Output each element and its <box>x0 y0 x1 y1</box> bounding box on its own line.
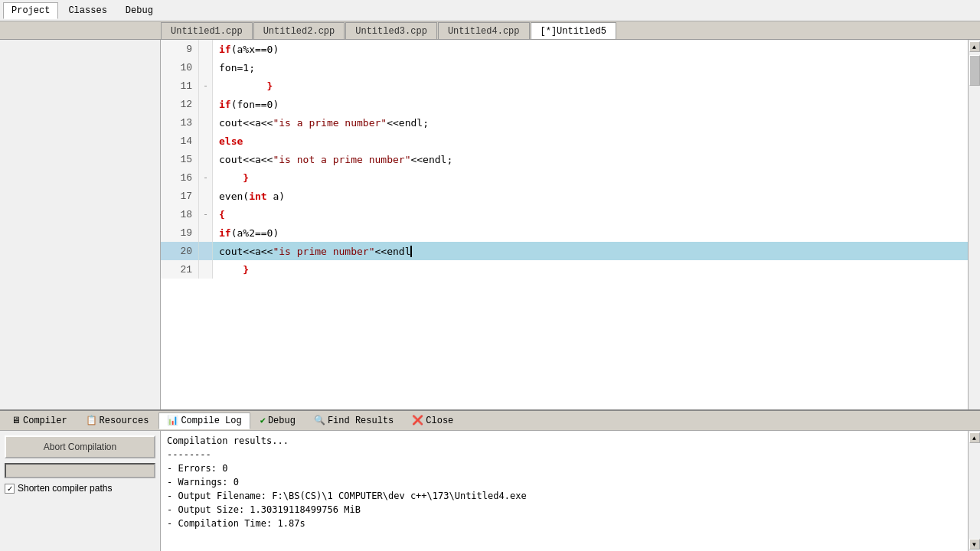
code-line-20: 20 cout<<a<<"is prime number"<<endl <box>161 242 968 260</box>
line-gutter-19 <box>199 223 213 242</box>
code-line-13: 13 cout<<a<<"is a prime number"<<endl; <box>161 113 968 132</box>
code-line-11: 11 - } <box>161 77 968 95</box>
line-number-14: 14 <box>161 132 199 150</box>
line-number-16: 16 <box>161 168 199 187</box>
bottom-tab-findresults[interactable]: 🔍 Find Results <box>305 412 402 429</box>
line-gutter-15 <box>199 150 213 168</box>
log-line-4: - Output Filename: F:\BS(CS)\1 COMPUTER\… <box>167 489 962 503</box>
shorten-paths-row: ✓ Shorten compiler paths <box>5 483 155 494</box>
bottom-tabs-bar: 🖥 Compiler 📋 Resources 📊 Compile Log ✔ D… <box>0 411 980 431</box>
line-gutter-11: - <box>199 77 213 95</box>
line-content-15: cout<<a<<"is not a prime number"<<endl; <box>213 150 452 168</box>
line-gutter-18: - <box>199 205 213 223</box>
main-layout: 9 if(a%x==0) 10 fon=1; 11 - } <box>0 40 980 409</box>
line-content-13: cout<<a<<"is a prime number"<<endl; <box>213 113 429 132</box>
line-gutter-10 <box>199 58 213 77</box>
tab-project[interactable]: Project <box>3 2 58 19</box>
line-number-11: 11 <box>161 77 199 95</box>
file-tab-3[interactable]: Untitled3.cpp <box>345 22 437 39</box>
line-number-12: 12 <box>161 95 199 113</box>
code-line-14: 14 else <box>161 132 968 150</box>
line-content-21: } <box>213 260 249 279</box>
line-number-10: 10 <box>161 58 199 77</box>
top-bar: Project Classes Debug <box>0 0 980 21</box>
sidebar <box>0 40 161 409</box>
file-tab-1[interactable]: Untitled1.cpp <box>161 22 253 39</box>
log-scroll-down[interactable]: ▼ <box>969 539 980 549</box>
bottom-content: Abort Compilation ✓ Shorten compiler pat… <box>0 431 980 551</box>
log-line-3: - Warnings: 0 <box>167 475 962 489</box>
bottom-panel: 🖥 Compiler 📋 Resources 📊 Compile Log ✔ D… <box>0 409 980 551</box>
findresults-icon: 🔍 <box>314 415 325 426</box>
log-line-6: - Compilation Time: 1.87s <box>167 517 962 530</box>
code-line-15: 15 cout<<a<<"is not a prime number"<<end… <box>161 150 968 168</box>
resources-icon: 📋 <box>86 415 97 426</box>
bottom-tab-resources[interactable]: 📋 Resources <box>77 412 158 429</box>
code-content: 9 if(a%x==0) 10 fon=1; 11 - } <box>161 40 968 409</box>
log-vscrollbar[interactable]: ▲ ▼ <box>968 431 980 551</box>
code-line-21: 21 } <box>161 260 968 279</box>
line-gutter-9 <box>199 40 213 58</box>
abort-compilation-button[interactable]: Abort Compilation <box>5 435 155 458</box>
tab-debug[interactable]: Debug <box>117 2 162 19</box>
shorten-paths-checkbox[interactable]: ✓ <box>5 484 15 494</box>
scroll-up-arrow[interactable]: ▲ <box>969 41 980 52</box>
line-gutter-13 <box>199 113 213 132</box>
close-icon: ❌ <box>412 415 423 426</box>
editor-vscrollbar[interactable]: ▲ <box>968 40 980 409</box>
code-line-17: 17 even(int a) <box>161 187 968 205</box>
compiler-icon: 🖥 <box>11 415 21 426</box>
bottom-tab-compiler[interactable]: 🖥 Compiler <box>3 412 76 429</box>
line-gutter-17 <box>199 187 213 205</box>
line-number-20: 20 <box>161 242 199 260</box>
file-tab-5-active[interactable]: [*] Untitled5 <box>531 22 616 39</box>
line-gutter-20 <box>199 242 213 260</box>
bottom-tab-close[interactable]: ❌ Close <box>403 412 462 429</box>
code-line-16: 16 - } <box>161 168 968 187</box>
code-line-12: 12 if(fon==0) <box>161 95 968 113</box>
bottom-tab-debug[interactable]: ✔ Debug <box>252 412 304 429</box>
shorten-paths-label: Shorten compiler paths <box>18 483 112 494</box>
line-number-18: 18 <box>161 205 199 223</box>
line-number-13: 13 <box>161 113 199 132</box>
log-line-5: - Output Size: 1.30319118499756 MiB <box>167 503 962 517</box>
log-line-2: - Errors: 0 <box>167 461 962 475</box>
line-content-14: else <box>213 132 243 150</box>
line-number-17: 17 <box>161 187 199 205</box>
line-number-21: 21 <box>161 260 199 279</box>
line-content-16: } <box>213 168 249 187</box>
code-editor[interactable]: 9 if(a%x==0) 10 fon=1; 11 - } <box>161 40 980 409</box>
code-line-18: 18 - { <box>161 205 968 223</box>
line-number-9: 9 <box>161 40 199 58</box>
bottom-tab-compilelog[interactable]: 📊 Compile Log <box>158 412 250 429</box>
line-content-20: cout<<a<<"is prime number"<<endl <box>213 242 412 260</box>
file-tab-2[interactable]: Untitled2.cpp <box>253 22 345 39</box>
line-gutter-21 <box>199 260 213 279</box>
bottom-left-panel: Abort Compilation ✓ Shorten compiler pat… <box>0 431 161 551</box>
editor-area: 9 if(a%x==0) 10 fon=1; 11 - } <box>161 40 980 409</box>
log-text: Compilation results... -------- - Errors… <box>161 431 968 551</box>
progress-bar <box>5 463 155 478</box>
line-content-9: if(a%x==0) <box>213 40 279 58</box>
compilelog-icon: 📊 <box>167 415 178 426</box>
log-content-area: Compilation results... -------- - Errors… <box>161 431 980 551</box>
debug-check-icon: ✔ <box>260 415 266 426</box>
line-gutter-14 <box>199 132 213 150</box>
log-scroll-up[interactable]: ▲ <box>969 432 980 443</box>
code-line-10: 10 fon=1; <box>161 58 968 77</box>
log-line-0: Compilation results... <box>167 434 962 448</box>
code-line-19: 19 if(a%2==0) <box>161 223 968 242</box>
line-number-19: 19 <box>161 223 199 242</box>
log-line-1: -------- <box>167 448 962 461</box>
line-content-10: fon=1; <box>213 58 255 77</box>
tab-classes[interactable]: Classes <box>60 2 115 19</box>
file-tabs-bar: Untitled1.cpp Untitled2.cpp Untitled3.cp… <box>0 21 980 40</box>
line-content-17: even(int a) <box>213 187 285 205</box>
scroll-thumb[interactable] <box>969 55 980 86</box>
line-content-12: if(fon==0) <box>213 95 279 113</box>
line-gutter-12 <box>199 95 213 113</box>
code-line-9: 9 if(a%x==0) <box>161 40 968 58</box>
line-content-18: { <box>213 205 225 223</box>
file-tab-4[interactable]: Untitled4.cpp <box>438 22 530 39</box>
line-gutter-16: - <box>199 168 213 187</box>
